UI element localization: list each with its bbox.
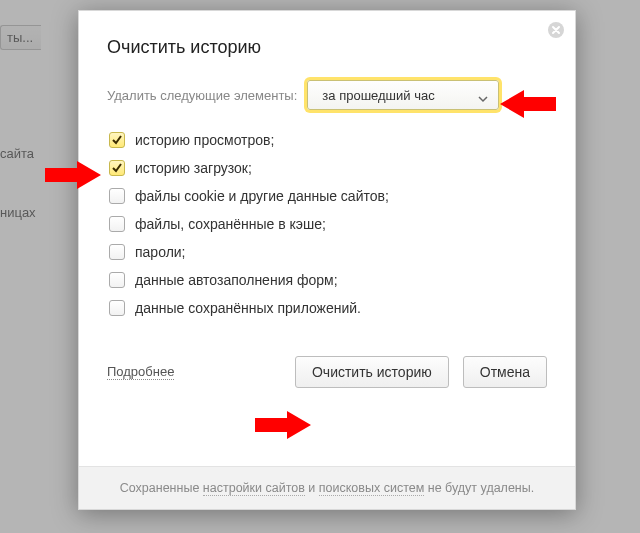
chevron-down-icon: [478, 90, 488, 100]
dialog-footer: Сохраненные настройки сайтов и поисковых…: [79, 466, 575, 509]
option-label: историю загрузок;: [135, 160, 252, 176]
close-icon[interactable]: [547, 21, 565, 39]
checkbox[interactable]: [109, 272, 125, 288]
cancel-button[interactable]: Отмена: [463, 356, 547, 388]
option-label: данные сохранённых приложений.: [135, 300, 361, 316]
options-list: историю просмотров;историю загрузок;файл…: [109, 132, 547, 316]
option-row[interactable]: файлы cookie и другие данные сайтов;: [109, 188, 547, 204]
footer-text: не будут удалены.: [424, 481, 534, 495]
option-label: данные автозаполнения форм;: [135, 272, 338, 288]
time-range-select[interactable]: за прошедший час: [307, 80, 499, 110]
checkbox[interactable]: [109, 216, 125, 232]
footer-text: Сохраненные: [120, 481, 203, 495]
option-row[interactable]: файлы, сохранённые в кэше;: [109, 216, 547, 232]
clear-history-dialog: Очистить историю Удалить следующие элеме…: [78, 10, 576, 510]
option-label: историю просмотров;: [135, 132, 274, 148]
checkbox[interactable]: [109, 132, 125, 148]
time-range-value: за прошедший час: [322, 88, 434, 103]
range-label: Удалить следующие элементы:: [107, 88, 297, 103]
checkbox[interactable]: [109, 244, 125, 260]
footer-text: и: [305, 481, 319, 495]
footer-link-search-engines[interactable]: поисковых систем: [319, 481, 424, 496]
option-row[interactable]: данные автозаполнения форм;: [109, 272, 547, 288]
option-label: файлы cookie и другие данные сайтов;: [135, 188, 389, 204]
option-row[interactable]: данные сохранённых приложений.: [109, 300, 547, 316]
checkbox[interactable]: [109, 300, 125, 316]
checkbox[interactable]: [109, 188, 125, 204]
clear-history-button[interactable]: Очистить историю: [295, 356, 449, 388]
dialog-title: Очистить историю: [107, 37, 547, 58]
option-label: файлы, сохранённые в кэше;: [135, 216, 326, 232]
option-label: пароли;: [135, 244, 186, 260]
more-link[interactable]: Подробнее: [107, 364, 174, 380]
footer-link-site-settings[interactable]: настройки сайтов: [203, 481, 305, 496]
checkbox[interactable]: [109, 160, 125, 176]
option-row[interactable]: историю просмотров;: [109, 132, 547, 148]
option-row[interactable]: историю загрузок;: [109, 160, 547, 176]
option-row[interactable]: пароли;: [109, 244, 547, 260]
